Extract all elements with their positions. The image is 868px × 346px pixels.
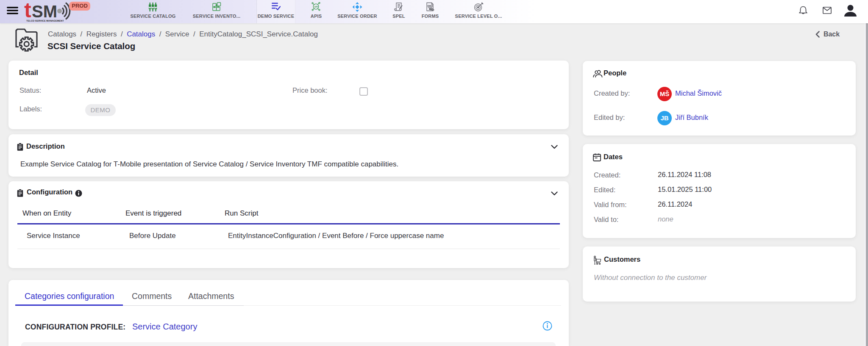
svg-text:API: API: [314, 6, 318, 8]
svg-text:SM: SM: [32, 2, 57, 21]
svg-text:t: t: [24, 0, 31, 22]
svg-text:TELCO SERVICE MANAGEMENT: TELCO SERVICE MANAGEMENT: [26, 19, 64, 22]
